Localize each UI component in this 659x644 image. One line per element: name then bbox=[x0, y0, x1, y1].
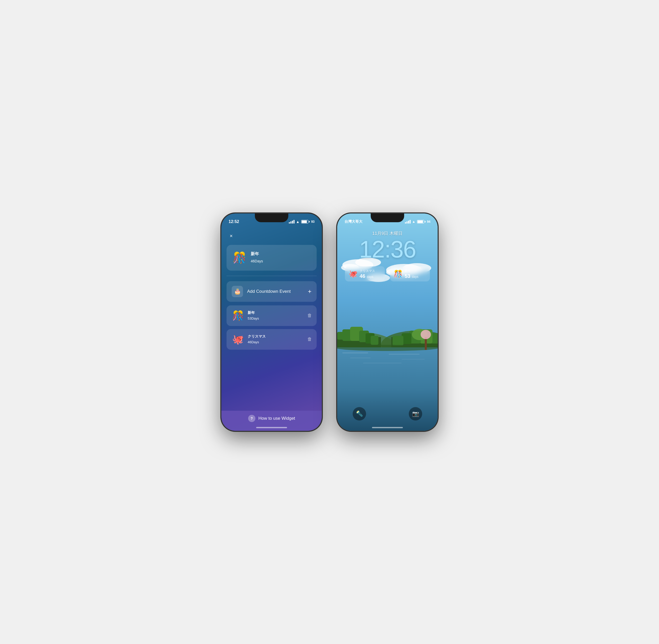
event-info-newyear: 新年 53Days bbox=[248, 310, 304, 321]
delete-newyear-button[interactable]: 🗑 bbox=[307, 313, 312, 318]
add-plus-icon: + bbox=[308, 288, 311, 295]
carrier-name: 台灣大哥大 bbox=[345, 220, 362, 224]
add-event-button[interactable]: 🎂 Add Countdown Event + bbox=[227, 281, 316, 302]
featured-event-card: 🎊 新年 46Days bbox=[227, 245, 316, 271]
lock-battery-tip bbox=[425, 221, 425, 223]
lock-screen-content: 台灣大哥大 ▲ bbox=[337, 213, 438, 431]
left-phone: 12:52 ▲ 93 bbox=[221, 213, 322, 431]
battery-percent: 93 bbox=[311, 220, 314, 224]
widget-newyear-name: 新年 bbox=[405, 269, 418, 273]
camera-icon: 📷 bbox=[412, 411, 419, 417]
lock-screen-bg: 台灣大哥大 ▲ bbox=[337, 213, 438, 431]
divider bbox=[227, 276, 316, 276]
delete-christmas-button[interactable]: 🗑 bbox=[307, 337, 312, 342]
widget-newyear: 🎊 新年 53 days bbox=[390, 266, 430, 281]
notch bbox=[255, 213, 288, 222]
lock-date: 11月9日 木曜日 bbox=[337, 230, 438, 236]
notch-right bbox=[371, 213, 404, 222]
widget-newyear-days: 53 days bbox=[405, 273, 418, 279]
event-emoji-newyear: 🎊 bbox=[231, 309, 244, 322]
event-item-christmas: 🐙 クリスマス 46Days 🗑 bbox=[227, 329, 316, 350]
wifi-icon: ▲ bbox=[296, 220, 300, 224]
lock-battery-fill bbox=[418, 221, 423, 223]
featured-event-name: 新年 bbox=[251, 251, 263, 257]
help-text: How to use Widget bbox=[258, 416, 295, 421]
widget-christmas: 🐙 クリスマス 46 days bbox=[345, 266, 385, 281]
lock-wifi-icon: ▲ bbox=[412, 220, 416, 224]
featured-event-emoji: 🎊 bbox=[232, 250, 247, 266]
featured-event-info: 新年 46Days bbox=[251, 251, 263, 264]
landscape-spacer bbox=[337, 281, 438, 407]
app-screen: 12:52 ▲ 93 bbox=[221, 213, 322, 431]
lock-screen: 台灣大哥大 ▲ bbox=[337, 213, 438, 431]
app-background: 12:52 ▲ 93 bbox=[221, 213, 322, 431]
add-event-label: Add Countdown Event bbox=[247, 289, 304, 294]
battery-fill bbox=[302, 221, 307, 223]
lock-signal-icon bbox=[405, 220, 410, 224]
event-days-christmas: 46Days bbox=[248, 339, 304, 345]
close-icon: × bbox=[230, 233, 233, 239]
widget-newyear-emoji: 🎊 bbox=[394, 270, 403, 278]
signal-icon bbox=[289, 220, 295, 224]
event-info-christmas: クリスマス 46Days bbox=[248, 334, 304, 345]
event-name-christmas: クリスマス bbox=[248, 334, 304, 339]
widget-christmas-emoji: 🐙 bbox=[349, 270, 357, 278]
home-indicator bbox=[256, 427, 287, 428]
app-content: × 🎊 新年 46Days 🎂 Add bbox=[221, 226, 322, 411]
lock-status-icons: ▲ 94 bbox=[405, 220, 430, 224]
event-days-newyear: 53Days bbox=[248, 316, 304, 321]
widget-christmas-info: クリスマス 46 days bbox=[360, 269, 375, 279]
flashlight-icon: 🔦 bbox=[356, 411, 363, 417]
flashlight-button[interactable]: 🔦 bbox=[353, 407, 366, 420]
lock-time: 12:36 bbox=[337, 237, 438, 261]
lock-battery-percent: 94 bbox=[427, 220, 430, 224]
widget-christmas-name: クリスマス bbox=[360, 269, 375, 273]
add-event-icon: 🎂 bbox=[232, 286, 243, 297]
lock-battery-icon bbox=[417, 220, 425, 224]
event-name-newyear: 新年 bbox=[248, 310, 304, 315]
featured-event-days: 46Days bbox=[251, 257, 263, 264]
close-button[interactable]: × bbox=[227, 231, 236, 241]
widget-newyear-info: 新年 53 days bbox=[405, 269, 418, 279]
event-emoji-christmas: 🐙 bbox=[231, 333, 244, 346]
event-item-newyear: 🎊 新年 53Days 🗑 bbox=[227, 305, 316, 326]
lock-bottom-controls: 🔦 📷 bbox=[337, 407, 438, 431]
battery-tip bbox=[309, 221, 310, 223]
lock-battery-body bbox=[417, 220, 424, 224]
widget-row: 🐙 クリスマス 46 days 🎊 新年 bbox=[337, 266, 438, 281]
status-time: 12:52 bbox=[229, 220, 239, 224]
battery-body bbox=[301, 220, 308, 224]
battery-icon bbox=[301, 220, 310, 224]
status-icons: ▲ 93 bbox=[289, 220, 314, 224]
camera-button[interactable]: 📷 bbox=[409, 407, 422, 420]
right-phone: 台灣大哥大 ▲ bbox=[337, 213, 438, 431]
widget-christmas-days: 46 days bbox=[360, 273, 375, 279]
help-icon: ? bbox=[248, 415, 255, 422]
